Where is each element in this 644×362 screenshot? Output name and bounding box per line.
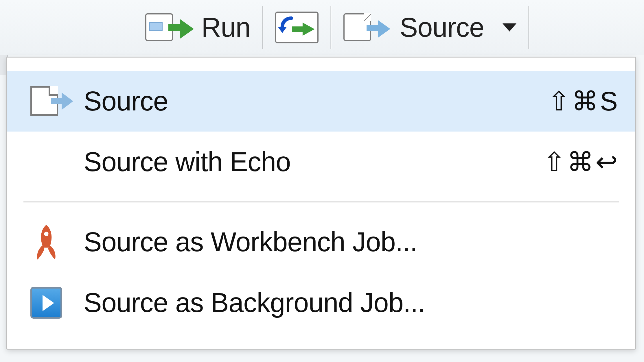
toolbar-separator [330,6,332,49]
rerun-icon [275,12,319,43]
svg-marker-0 [278,27,287,33]
dropdown-caret-icon [503,23,516,32]
toolbar-separator [262,6,264,49]
menu-item-source-with-echo[interactable]: Source with Echo ⇧⌘↩ [7,132,635,192]
menu-item-shortcut: ⇧⌘↩ [543,147,619,178]
source-icon [30,84,74,119]
source-icon [343,12,393,43]
menu-item-label: Source as Background Job... [74,287,619,318]
source-button[interactable]: Source [340,6,520,49]
svg-rect-1 [292,26,303,32]
source-button-label: Source [400,12,484,43]
rerun-button[interactable] [272,6,322,49]
menu-item-label: Source [74,86,548,117]
menu-item-label: Source with Echo [74,146,543,178]
source-dropdown-menu: Source ⇧⌘S Source with Echo ⇧⌘↩ Source a… [6,57,636,350]
menu-item-source[interactable]: Source ⇧⌘S [7,71,635,132]
menu-item-source-workbench-job[interactable]: Source as Workbench Job... [7,212,635,272]
run-button-label: Run [201,12,250,43]
menu-item-shortcut: ⇧⌘S [548,86,619,117]
menu-item-source-background-job[interactable]: Source as Background Job... [7,272,635,333]
menu-separator [23,202,619,202]
svg-marker-2 [303,23,315,36]
svg-point-3 [44,232,48,236]
menu-item-label: Source as Workbench Job... [74,226,619,258]
run-button[interactable]: Run [142,6,254,49]
play-icon [30,287,62,319]
editor-toolbar: Run Source [0,0,644,55]
rocket-icon [30,223,62,261]
run-icon [145,12,194,43]
toolbar-separator [528,6,530,49]
